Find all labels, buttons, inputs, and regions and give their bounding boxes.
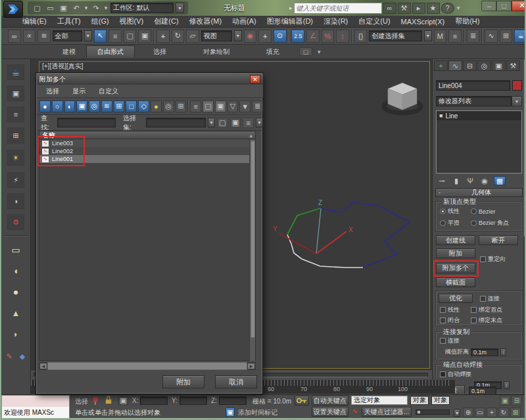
list-item-line001-selected[interactable]: ∿ Line001: [39, 155, 255, 163]
object-name-field[interactable]: Line004: [436, 80, 510, 91]
named-selection-dropdown[interactable]: 创建选择集: [369, 30, 421, 41]
display-children-icon[interactable]: ⊞: [176, 101, 187, 112]
schematic-view-icon[interactable]: ⊞: [500, 30, 513, 43]
maximize-viewport-icon[interactable]: ⊠: [510, 408, 521, 417]
wrench-icon[interactable]: ⚒: [398, 3, 411, 14]
display-bones-icon[interactable]: ◇: [138, 101, 149, 112]
break-button[interactable]: 断开: [479, 235, 518, 245]
grid-table-icon[interactable]: ⊞: [7, 128, 24, 143]
search-binoculars-icon[interactable]: ∞: [383, 3, 396, 14]
time-tag-label[interactable]: 添加时间标记: [238, 408, 277, 417]
transform-type-in-icon[interactable]: ▣: [118, 396, 128, 405]
shape-cone-icon[interactable]: ▲: [7, 305, 24, 321]
save-file-icon[interactable]: ▣: [58, 3, 69, 13]
fov-icon[interactable]: ▭: [475, 408, 485, 417]
frame-mini-slider-thumb[interactable]: [418, 411, 420, 413]
percent-snap-icon[interactable]: %: [322, 30, 335, 43]
hscroll-left-arrow[interactable]: ◂: [39, 363, 47, 369]
bind-first-checkbox[interactable]: [471, 307, 477, 313]
select-object-icon[interactable]: ↖: [94, 30, 107, 43]
zoom-icon[interactable]: ⊕: [463, 408, 473, 417]
select-place-icon[interactable]: ◉: [244, 30, 257, 43]
paint-deform-icon[interactable]: ▣: [7, 85, 24, 101]
column-view-icon[interactable]: ▢: [203, 101, 214, 112]
menu-group[interactable]: 组(G): [86, 15, 114, 28]
align-icon[interactable]: ≡: [448, 30, 462, 43]
panel-tab-motion-icon[interactable]: ◎: [477, 60, 491, 71]
create-line-button[interactable]: 创建线: [436, 235, 475, 245]
save-set-icon[interactable]: ▢: [217, 118, 228, 128]
spline-green-segments[interactable]: [287, 208, 320, 235]
object-color-swatch[interactable]: [512, 80, 522, 91]
display-helpers-icon[interactable]: ◎: [89, 101, 100, 112]
menu-maxscript[interactable]: MAXScript(X): [396, 16, 450, 27]
menu-help[interactable]: 帮助(H): [450, 15, 485, 28]
rect-selection-region-icon[interactable]: ▢: [124, 30, 137, 43]
edit-named-selections-icon[interactable]: {}: [354, 30, 368, 43]
listener-macro-row[interactable]: [2, 396, 69, 407]
selection-set-arrow[interactable]: ▾: [208, 118, 215, 128]
minimize-button[interactable]: –: [481, 1, 496, 11]
redo-dropdown-icon[interactable]: ▾: [103, 3, 108, 13]
dialog-close-icon[interactable]: ✕: [250, 75, 260, 83]
key-filters-button[interactable]: 关键点过滤器...: [362, 407, 412, 417]
gizmo-z-axis[interactable]: [316, 208, 321, 254]
menu-modifiers[interactable]: 修改器(M): [184, 15, 227, 28]
display-geometry-icon[interactable]: ●: [39, 101, 51, 112]
menu-animation[interactable]: 动画(A): [227, 15, 262, 28]
spline-white-segments[interactable]: [287, 235, 363, 268]
stack-item-line[interactable]: ■ Line: [437, 111, 521, 120]
detail-view-icon[interactable]: ▣: [215, 101, 226, 112]
z-coordinate-field[interactable]: [219, 396, 247, 405]
select-link-icon[interactable]: ∞: [8, 30, 21, 43]
brush-red-icon[interactable]: ✎: [4, 351, 14, 362]
use-pivot-center-icon[interactable]: ⊙: [274, 30, 287, 43]
dialog-menu-customize[interactable]: 自定义: [93, 85, 124, 97]
display-hidden-icon[interactable]: ◎: [163, 101, 174, 112]
nav-flyout-arrow[interactable]: ▾: [454, 409, 460, 417]
dialog-cancel-button[interactable]: 取消: [215, 375, 257, 388]
manipulate-icon[interactable]: +: [258, 30, 272, 43]
rollout-geometry-header[interactable]: - 几何体: [435, 188, 523, 197]
angle-snap-icon[interactable]: ∠: [306, 30, 320, 43]
menu-graph-editors[interactable]: 图形编辑器(D): [262, 15, 318, 28]
key-filter-curve-icon[interactable]: ∿: [352, 407, 358, 415]
search-flyout-icon[interactable]: ▸: [289, 5, 293, 11]
shape-circle-icon[interactable]: ●: [7, 284, 24, 300]
list-item-line002[interactable]: ∿ Line002: [39, 147, 255, 155]
selection-filter-arrow[interactable]: ▾: [84, 30, 92, 41]
attach-button[interactable]: 附加: [436, 248, 475, 258]
modifier-list-arrow[interactable]: ▾: [512, 96, 522, 106]
list-horizontal-scrollbar[interactable]: ◂ ▸: [39, 362, 256, 370]
favorites-star-icon[interactable]: ★: [427, 3, 440, 14]
orbit-icon[interactable]: ↻: [498, 408, 509, 417]
snap-25d-icon[interactable]: 2.5: [291, 30, 304, 43]
list-vscroll-thumb[interactable]: [251, 141, 255, 338]
auto-key-button[interactable]: 自动关键点: [312, 396, 348, 406]
select-scale-icon[interactable]: ▱: [186, 30, 199, 43]
brush-blue-icon[interactable]: ◆: [17, 351, 28, 362]
lightbulb-icon[interactable]: ☀: [7, 150, 24, 166]
lock-cell-icon[interactable]: ≣: [252, 101, 263, 112]
zoom-extents-all-icon[interactable]: ⊞: [512, 396, 522, 406]
gizmo-y-axis[interactable]: [279, 233, 316, 254]
display-spacewarps-icon[interactable]: ≋: [101, 101, 112, 112]
listener-script-row[interactable]: 欢迎使用 MAXSc: [2, 407, 69, 418]
gears-icon[interactable]: ⚙: [7, 214, 24, 230]
hscroll-right-arrow[interactable]: ▸: [247, 363, 255, 369]
spinner-snap-icon[interactable]: ↕: [336, 30, 349, 43]
y-coordinate-field[interactable]: [179, 396, 207, 405]
list-item-line003[interactable]: ∿ Line003: [39, 139, 255, 147]
tab-populate[interactable]: 填充: [240, 46, 285, 58]
display-cameras-icon[interactable]: ▣: [76, 101, 87, 112]
select-move-icon[interactable]: +: [156, 30, 170, 43]
dialog-menu-display[interactable]: 显示: [67, 85, 91, 97]
cross-section-button[interactable]: 横截面: [436, 277, 475, 287]
connect-copy-checkbox[interactable]: [440, 338, 446, 344]
bind-spacewarp-icon[interactable]: ≋: [37, 30, 51, 43]
radio-bezier[interactable]: [471, 208, 477, 214]
find-input[interactable]: [57, 118, 116, 128]
selection-lock-icon[interactable]: [105, 399, 112, 404]
tab-selection[interactable]: 选择: [140, 46, 172, 58]
modifier-list-dropdown[interactable]: 修改器列表: [436, 96, 512, 106]
